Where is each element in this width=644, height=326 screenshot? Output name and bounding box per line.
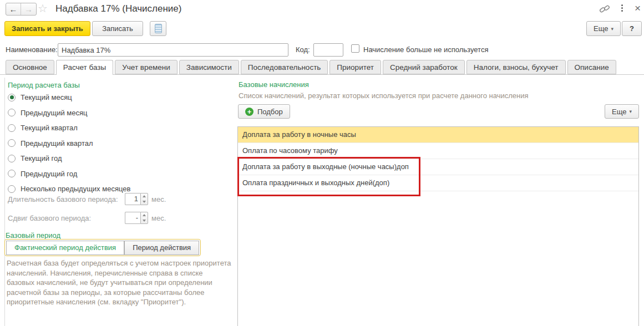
duration-label: Длительность базового периода: [8, 195, 118, 203]
tab[interactable]: Налоги, взносы, бухучет [466, 60, 566, 74]
period-radio-option[interactable]: Предыдущий год [8, 166, 130, 182]
chevron-down-icon: ▾ [611, 26, 613, 32]
base-accruals-list: Доплата за работу в ночные часы Оплата п… [237, 126, 639, 326]
code-field-label: Код: [296, 45, 310, 54]
tab[interactable]: Основное [6, 60, 54, 74]
radio-icon [8, 170, 16, 177]
chevron-down-icon: ▾ [629, 109, 632, 114]
base-period-toggle-group: Фактический период действия Период дейст… [4, 239, 201, 256]
radio-icon [8, 155, 16, 162]
shift-unit: мес. [151, 214, 166, 222]
tab[interactable]: Учет времени [115, 60, 178, 74]
spinner-arrows-icon[interactable] [140, 212, 148, 224]
more-menu-dots-icon[interactable] [621, 4, 623, 12]
not-used-checkbox-label: Начисление больше не используется [363, 45, 488, 54]
duration-value[interactable]: 1 [125, 193, 140, 205]
name-input[interactable] [58, 43, 288, 57]
help-button[interactable]: ? [622, 21, 642, 36]
tab[interactable]: Средний заработок [383, 60, 465, 74]
tab[interactable]: Расчет базы [56, 60, 113, 75]
not-used-checkbox[interactable] [351, 44, 359, 53]
left-group-border [4, 78, 5, 326]
radio-icon [8, 185, 16, 193]
forward-button[interactable]: → [21, 3, 36, 15]
base-period-header: Базовый период [6, 231, 60, 240]
spinner-arrows-icon[interactable] [140, 193, 148, 205]
base-period-toggle-button[interactable]: Фактический период действия [6, 241, 124, 255]
tab-bar: Основное Расчет базы Учет времени Зависи… [6, 60, 618, 75]
radio-label: Предыдущий год [21, 170, 77, 178]
period-radio-group: Текущий месяц Предыдущий месяц Текущий к… [8, 90, 130, 197]
register-records-button[interactable] [150, 21, 166, 36]
shift-value[interactable]: - [125, 212, 140, 224]
more-button-top[interactable]: Еще▾ [586, 21, 621, 36]
base-period-toggle-button[interactable]: Период действия [124, 241, 199, 255]
favorite-star-icon[interactable]: ☆ [38, 2, 48, 15]
tab[interactable]: Приоритет [329, 60, 381, 74]
save-button[interactable]: Записать [92, 21, 143, 36]
save-and-close-button[interactable]: Записать и закрыть [4, 21, 90, 36]
tab[interactable]: Зависимости [179, 60, 239, 74]
link-icon[interactable] [599, 4, 610, 16]
period-radio-option[interactable]: Предыдущий квартал [8, 136, 130, 151]
radio-icon [8, 109, 16, 116]
radio-label: Текущий год [21, 154, 62, 162]
list-item[interactable]: Оплата праздничных и выходных дней(доп) [238, 175, 638, 191]
nav-history-group: ← → [6, 3, 37, 16]
period-radio-option[interactable]: Текущий год [8, 151, 130, 166]
base-accruals-header: Базовые начисления [239, 80, 309, 89]
base-period-calc-header: Период расчета базы [8, 81, 80, 89]
priority-note-text: Расчетная база будет определяться с учет… [7, 258, 232, 307]
radio-icon [8, 124, 16, 132]
shift-label: Сдвиг базового периода: [8, 214, 91, 222]
name-field-label: Наименование: [6, 45, 58, 54]
window-title: Надбавка 17% (Начисление) [55, 3, 181, 14]
close-icon[interactable]: × [631, 1, 644, 16]
pick-button[interactable]: + Подбор [238, 104, 290, 119]
code-input[interactable] [313, 43, 343, 57]
radio-icon [8, 139, 16, 147]
list-item[interactable]: Доплата за работу в выходные (ночные час… [238, 159, 638, 175]
add-plus-icon: + [245, 108, 253, 116]
tab[interactable]: Последовательность [241, 60, 328, 74]
radio-icon [8, 94, 16, 101]
tab[interactable]: Описание [567, 60, 616, 74]
radio-label: Предыдущий месяц [21, 109, 88, 117]
list-item[interactable]: Оплата по часовому тарифу [238, 143, 638, 159]
radio-label: Предыдущий квартал [21, 139, 93, 147]
duration-stepper[interactable]: 1 [125, 193, 148, 205]
radio-label: Текущий квартал [21, 124, 78, 132]
list-item[interactable]: Доплата за работу в ночные часы [238, 127, 638, 143]
period-radio-option[interactable]: Предыдущий месяц [8, 105, 130, 121]
period-radio-option[interactable]: Несколько предыдущих месяцев [8, 181, 130, 197]
radio-label: Несколько предыдущих месяцев [21, 185, 130, 193]
period-radio-option[interactable]: Текущий месяц [8, 90, 130, 105]
shift-stepper[interactable]: - [125, 212, 148, 224]
more-button-list[interactable]: Еще▾ [605, 104, 639, 119]
base-accruals-subtitle: Список начислений, результат которых исп… [239, 91, 529, 100]
register-icon [155, 24, 162, 33]
radio-label: Текущий месяц [21, 93, 72, 101]
period-radio-option[interactable]: Текущий квартал [8, 120, 130, 136]
duration-unit: мес. [151, 195, 166, 203]
back-button[interactable]: ← [6, 3, 21, 15]
